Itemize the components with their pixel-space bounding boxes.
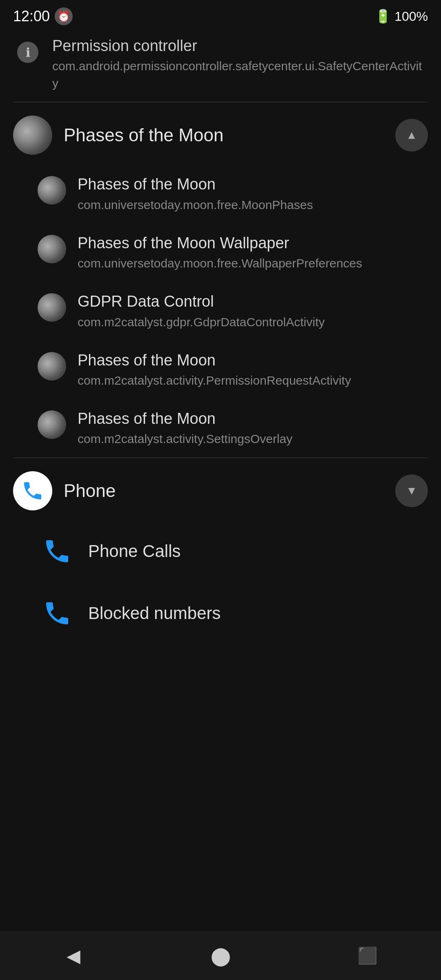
status-bar: 12:00 ⏰ 🔋 100% bbox=[0, 0, 441, 29]
battery-percentage: 100% bbox=[394, 9, 428, 24]
notification-title: Permission controller bbox=[52, 36, 428, 56]
phone-sub-items-list: Phone Calls Blocked numbers bbox=[13, 520, 428, 644]
nav-bar bbox=[0, 931, 441, 980]
sub-item-subtitle-0: com.universetoday.moon.free.MoonPhases bbox=[78, 196, 428, 214]
sub-item-subtitle-2: com.m2catalyst.gdpr.GdprDataControlActiv… bbox=[78, 314, 428, 331]
phone-app-group: Phone Phone Calls bbox=[0, 458, 441, 644]
phone-app-icon-large bbox=[13, 471, 52, 510]
moon-group-chevron-up[interactable] bbox=[395, 119, 428, 151]
phone-group-header[interactable]: Phone bbox=[13, 458, 428, 520]
list-item[interactable]: Phases of the Moon com.universetoday.moo… bbox=[38, 165, 428, 223]
moon-app-icon-large bbox=[13, 116, 52, 155]
moon-sub-icon-1 bbox=[38, 235, 66, 263]
sub-item-text-0: Phases of the Moon com.universetoday.moo… bbox=[78, 174, 428, 213]
list-item[interactable]: Blocked numbers bbox=[38, 582, 428, 644]
sub-item-text-2: GDPR Data Control com.m2catalyst.gdpr.Gd… bbox=[78, 292, 428, 330]
status-time: 12:00 bbox=[13, 8, 50, 25]
moon-sub-icon-3 bbox=[38, 352, 66, 381]
status-right: 🔋 100% bbox=[375, 9, 428, 24]
top-notification: ℹ Permission controller com.android.perm… bbox=[0, 29, 441, 102]
sub-item-subtitle-1: com.universetoday.moon.free.WallpaperPre… bbox=[78, 255, 428, 272]
moon-sub-items-list: Phases of the Moon com.universetoday.moo… bbox=[13, 165, 428, 457]
moon-sub-icon-2 bbox=[38, 293, 66, 322]
sub-item-title-1: Phases of the Moon Wallpaper bbox=[78, 233, 428, 253]
battery-icon: 🔋 bbox=[375, 9, 391, 24]
list-item[interactable]: Phases of the Moon com.m2catalyst.activi… bbox=[38, 341, 428, 399]
blocked-numbers-label: Blocked numbers bbox=[88, 604, 221, 623]
moon-group-header[interactable]: Phases of the Moon bbox=[13, 102, 428, 165]
sub-item-text-1: Phases of the Moon Wallpaper com.univers… bbox=[78, 233, 428, 272]
list-item[interactable]: Phone Calls bbox=[38, 520, 428, 582]
blocked-numbers-icon bbox=[42, 599, 72, 628]
nav-recent-button[interactable] bbox=[347, 939, 388, 972]
list-item[interactable]: GDPR Data Control com.m2catalyst.gdpr.Gd… bbox=[38, 282, 428, 340]
sub-item-subtitle-3: com.m2catalyst.activity.PermissionReques… bbox=[78, 372, 428, 389]
phone-group-chevron-down[interactable] bbox=[395, 474, 428, 507]
phone-calls-icon bbox=[42, 537, 72, 566]
moon-app-group: Phases of the Moon Phases of the Moon co… bbox=[0, 102, 441, 457]
status-left: 12:00 ⏰ bbox=[13, 7, 73, 25]
sub-item-text-4: Phases of the Moon com.m2catalyst.activi… bbox=[78, 409, 428, 448]
moon-sub-icon-0 bbox=[38, 176, 66, 205]
sub-item-subtitle-4: com.m2catalyst.activity.SettingsOverlay bbox=[78, 430, 428, 448]
phone-calls-label: Phone Calls bbox=[88, 541, 180, 561]
alarm-icon: ⏰ bbox=[55, 7, 73, 25]
moon-group-label: Phases of the Moon bbox=[64, 125, 384, 145]
sub-item-text-3: Phases of the Moon com.m2catalyst.activi… bbox=[78, 350, 428, 389]
list-item[interactable]: Phases of the Moon com.m2catalyst.activi… bbox=[38, 399, 428, 457]
phone-calls-icon-wrap bbox=[38, 532, 77, 571]
sub-item-title-3: Phases of the Moon bbox=[78, 350, 428, 370]
notification-subtitle: com.android.permissioncontroller.safetyc… bbox=[52, 58, 428, 92]
blocked-numbers-icon-wrap bbox=[38, 594, 77, 633]
moon-sub-icon-4 bbox=[38, 410, 66, 439]
phone-group-label: Phone bbox=[64, 481, 384, 501]
nav-home-button[interactable] bbox=[200, 939, 241, 972]
sub-item-title-4: Phases of the Moon bbox=[78, 409, 428, 429]
info-icon: ℹ bbox=[17, 42, 38, 63]
notification-text: Permission controller com.android.permis… bbox=[52, 36, 428, 92]
phone-handset-icon bbox=[21, 479, 44, 502]
chevron-up-icon bbox=[406, 129, 417, 142]
sub-item-title-2: GDPR Data Control bbox=[78, 292, 428, 312]
list-item[interactable]: Phases of the Moon Wallpaper com.univers… bbox=[38, 223, 428, 282]
notification-icon-wrap: ℹ bbox=[13, 38, 42, 67]
sub-item-title-0: Phases of the Moon bbox=[78, 174, 428, 194]
nav-back-button[interactable] bbox=[53, 939, 94, 972]
chevron-down-icon bbox=[406, 484, 417, 497]
